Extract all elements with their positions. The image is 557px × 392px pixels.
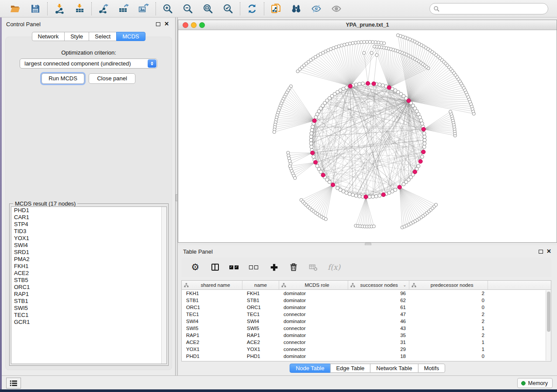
network-leaf-node[interactable] [375,54,378,57]
network-node[interactable] [371,195,375,199]
network-window-titlebar[interactable]: YPA_prune.txt_1 [178,20,557,30]
result-list-item[interactable]: PHD1 [11,207,166,214]
network-hub-node[interactable] [419,159,422,163]
column-header-successor-nodes[interactable]: successor nodes⌄ [348,281,409,289]
result-list-item[interactable]: GCR1 [11,319,166,326]
search-field[interactable] [429,3,548,14]
result-list-scrollbar[interactable] [161,207,166,364]
table-row[interactable]: ORC1ORC1dominator610 [182,304,551,311]
export-table-icon[interactable] [118,3,130,15]
select-all-columns-icon[interactable] [229,262,240,272]
close-panel-icon[interactable]: ✕ [164,21,169,28]
network-node[interactable] [361,82,365,86]
network-hub-node[interactable] [321,173,325,177]
network-leaf-node[interactable] [363,52,366,55]
float-panel-icon[interactable] [539,250,543,254]
network-hub-node[interactable] [311,151,315,155]
save-session-icon[interactable] [29,3,42,15]
network-from-selection-icon[interactable] [270,3,282,15]
import-table-icon[interactable] [73,3,86,15]
close-panel-button[interactable]: Close panel [89,73,135,84]
network-node[interactable] [420,122,424,125]
network-hub-node[interactable] [331,183,335,187]
result-list-item[interactable]: SRD1 [11,249,166,256]
network-node[interactable] [422,145,426,148]
network-node[interactable] [394,188,397,192]
network-hub-node[interactable] [381,193,385,196]
add-column-icon[interactable] [269,262,279,272]
table-scrollbar[interactable] [546,290,551,361]
result-list-item[interactable]: ACE2 [11,270,166,277]
network-hub-node[interactable] [413,170,417,174]
network-leaf-node[interactable] [449,110,452,113]
network-leaf-node[interactable] [434,203,437,206]
column-header-MCDS-role[interactable]: MCDS role [279,281,348,289]
network-leaf-node[interactable] [396,34,399,37]
network-node[interactable] [351,193,355,196]
network-node[interactable] [310,145,313,148]
tab-select[interactable]: Select [89,32,117,41]
result-list-item[interactable]: STB1 [11,298,166,305]
network-node[interactable] [381,84,384,87]
result-list-item[interactable]: TEC1 [11,312,166,319]
network-node[interactable] [309,135,313,138]
import-network-icon[interactable] [53,3,66,15]
result-list-item[interactable]: TID3 [11,228,166,235]
table-row[interactable]: TEC1TEC1connector472 [182,311,551,318]
criterion-select[interactable]: largest connected component (undirected) [20,58,157,69]
network-leaf-node[interactable] [324,217,327,220]
network-node[interactable] [310,128,314,132]
network-hub-node[interactable] [407,99,411,103]
network-hub-node[interactable] [387,86,391,89]
table-row[interactable]: SWI4SWI4dominator462 [182,318,551,325]
network-node[interactable] [358,195,361,198]
table-row[interactable]: YOX1YOX1connector291 [182,346,551,353]
network-node[interactable] [311,125,315,129]
tab-edge-table[interactable]: Edge Table [330,364,370,373]
network-node[interactable] [354,83,358,86]
result-list-item[interactable]: PMA2 [11,256,166,263]
tab-style[interactable]: Style [64,32,89,41]
network-node[interactable] [319,170,322,174]
tab-mcds[interactable]: MCDS [116,32,145,41]
result-list-item[interactable]: RAP1 [11,291,166,298]
network-node[interactable] [423,138,426,142]
refresh-icon[interactable] [246,3,258,15]
delete-column-icon[interactable] [288,262,299,272]
hide-graphics-details-icon[interactable] [310,3,322,15]
result-list-item[interactable]: SWI4 [11,242,166,249]
table-row[interactable]: RAP1RAP1dominator352 [182,332,551,339]
network-node[interactable] [348,192,351,196]
network-node[interactable] [374,195,378,198]
network-node[interactable] [420,155,424,158]
network-node[interactable] [314,116,318,119]
table-row[interactable]: ACE2ACE2connector311 [182,339,551,346]
tab-motifs[interactable]: Motifs [418,364,445,373]
column-header-predecessor-nodes[interactable]: predecessor nodes [409,281,488,289]
open-file-icon[interactable] [9,3,21,15]
result-list-item[interactable]: STP4 [11,221,166,228]
table-row[interactable]: STB1STB1dominator620 [182,297,551,304]
network-node[interactable] [312,155,315,158]
network-node[interactable] [358,82,361,86]
tab-network-table[interactable]: Network Table [370,364,418,373]
zoom-in-icon[interactable] [162,3,174,15]
network-graph[interactable] [178,30,557,242]
result-list-item[interactable]: YOX1 [11,235,166,242]
task-history-button[interactable] [6,378,21,389]
network-node[interactable] [309,138,313,142]
network-node[interactable] [368,195,371,199]
network-leaf-node[interactable] [360,41,363,44]
zoom-fit-icon[interactable] [202,3,214,15]
zoom-out-icon[interactable] [182,3,194,15]
network-node[interactable] [309,142,313,145]
network-leaf-node[interactable] [372,225,375,228]
float-panel-icon[interactable] [156,22,160,26]
search-input[interactable] [439,4,548,13]
network-hub-node[interactable] [422,127,426,131]
table-row[interactable]: FKH1FKH1dominator962 [182,290,551,297]
network-hub-node[interactable] [314,160,318,164]
network-node[interactable] [354,194,358,197]
column-header-shared-name[interactable]: shared name [182,281,242,289]
network-hub-node[interactable] [312,119,316,123]
